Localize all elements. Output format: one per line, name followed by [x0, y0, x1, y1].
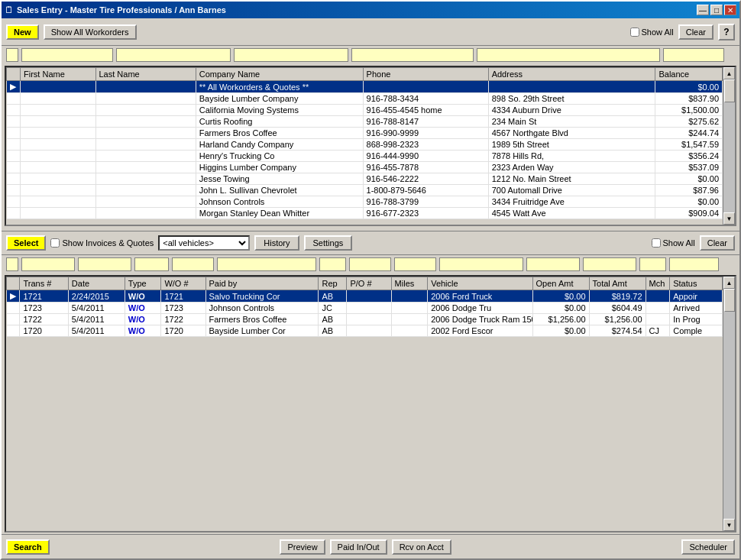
rep-filter[interactable]: [319, 257, 346, 271]
tcol-totalamt[interactable]: Total Amt: [589, 277, 646, 290]
col-firstname[interactable]: First Name: [21, 68, 95, 81]
type-filter[interactable]: [134, 257, 169, 271]
show-all-lower-label: Show All: [663, 238, 695, 248]
table-row[interactable]: Farmers Bros Coffee916-990-99994567 Nort…: [7, 128, 723, 139]
scheduler-button[interactable]: Scheduler: [681, 539, 735, 555]
upper-vscroll[interactable]: ▲ ▼: [723, 67, 735, 225]
table-row[interactable]: Curtis Roofing916-788-8147234 Main St$27…: [7, 116, 723, 128]
table-row[interactable]: Henry's Trucking Co916-444-99907878 Hill…: [7, 151, 723, 162]
date-filter[interactable]: [78, 257, 131, 271]
table-row[interactable]: ▶** All Workorders & Quotes **$0.00: [7, 81, 723, 93]
search-button[interactable]: Search: [6, 539, 50, 555]
lower-scroll-up[interactable]: ▲: [723, 277, 735, 289]
upper-scroll-track[interactable]: [723, 79, 735, 212]
trans-filter[interactable]: [21, 257, 75, 271]
table-row[interactable]: Higgins Lumber Company916-455-78782323 A…: [7, 162, 723, 173]
table-row[interactable]: John L. Sullivan Chevrolet1-800-879-5646…: [7, 185, 723, 196]
clear-button[interactable]: Clear: [678, 24, 713, 40]
table-row[interactable]: California Moving Systems916-455-4545 ho…: [7, 105, 723, 116]
table-row[interactable]: Jesse Towing916-546-22221212 No. Main St…: [7, 173, 723, 185]
show-all-checkbox[interactable]: [630, 28, 639, 37]
miles-filter[interactable]: [394, 257, 436, 271]
tcol-paidby[interactable]: Paid by: [205, 277, 319, 290]
table-row[interactable]: Harland Candy Company868-998-23231989 5t…: [7, 139, 723, 151]
minimize-button[interactable]: —: [697, 5, 709, 15]
select-toolbar: Select Show Invoices & Quotes <all vehic…: [2, 231, 739, 255]
table-row[interactable]: 17225/4/2011W/O1722Farmers Bros CoffeeAB…: [7, 314, 723, 325]
lower-indicator-filter[interactable]: [6, 257, 18, 271]
close-button[interactable]: ✕: [724, 5, 736, 15]
tcol-miles[interactable]: Miles: [391, 277, 428, 290]
lower-scroll-track[interactable]: [723, 289, 735, 519]
show-all-lower-group: Show All: [652, 238, 695, 248]
preview-button[interactable]: Preview: [280, 539, 325, 555]
select-button[interactable]: Select: [6, 235, 46, 251]
show-all-workorders-button[interactable]: Show All Workorders: [44, 24, 137, 40]
indicator-filter[interactable]: [6, 48, 18, 62]
tcol-trans[interactable]: Trans #: [20, 277, 68, 290]
tcol-type[interactable]: Type: [125, 277, 161, 290]
table-row[interactable]: 17205/4/2011W/O1720Bayside Lumber CorAB2…: [7, 325, 723, 337]
tcol-date[interactable]: Date: [68, 277, 125, 290]
tcol-openamt[interactable]: Open Amt: [532, 277, 589, 290]
address-filter[interactable]: [477, 48, 660, 62]
settings-button[interactable]: Settings: [304, 235, 353, 251]
lower-scroll-thumb[interactable]: [724, 289, 735, 312]
table-row[interactable]: Morgan Stanley Dean Whitter916-677-23234…: [7, 208, 723, 219]
paid-in-out-button[interactable]: Paid In/Out: [330, 539, 387, 555]
upper-toolbar: New Show All Workorders Show All Clear ?: [2, 18, 739, 46]
tcol-status[interactable]: Status: [670, 277, 723, 290]
vehicle-filter[interactable]: [439, 257, 523, 271]
tcol-wo[interactable]: W/O #: [161, 277, 205, 290]
clear-lower-button[interactable]: Clear: [700, 235, 735, 251]
window-title: Sales Entry - Master Tire Professionals …: [17, 5, 226, 15]
col-lastname[interactable]: Last Name: [95, 68, 196, 81]
col-indicator: [7, 68, 21, 81]
show-invoices-checkbox[interactable]: [50, 238, 60, 248]
col-address[interactable]: Address: [488, 68, 655, 81]
trans-header-row: Trans # Date Type W/O # Paid by Rep P/O …: [7, 277, 723, 290]
table-row[interactable]: ▶17212/24/2015W/O1721Salvo Trucking CorA…: [7, 290, 723, 303]
status-filter[interactable]: [669, 257, 719, 271]
table-row[interactable]: 17235/4/2011W/O1723Johnson ControlsJC200…: [7, 303, 723, 314]
tcol-rep[interactable]: Rep: [319, 277, 347, 290]
lower-vscroll[interactable]: ▲ ▼: [723, 277, 735, 531]
upper-scroll-up[interactable]: ▲: [723, 67, 735, 79]
vehicles-dropdown[interactable]: <all vehicles>: [158, 235, 250, 251]
company-filter[interactable]: [234, 48, 348, 62]
table-row[interactable]: Johnson Controls916-788-37993434 Fruitri…: [7, 196, 723, 208]
po-filter[interactable]: [349, 257, 391, 271]
table-row[interactable]: Bayside Lumber Company916-788-3434898 So…: [7, 93, 723, 105]
upper-table-container: First Name Last Name Company Name Phone …: [5, 66, 736, 226]
upper-scroll-down[interactable]: ▼: [723, 212, 735, 225]
col-company[interactable]: Company Name: [196, 68, 363, 81]
wo-filter[interactable]: [172, 257, 214, 271]
tcol-po[interactable]: P/O #: [347, 277, 391, 290]
new-button[interactable]: New: [6, 24, 39, 40]
paidby-filter[interactable]: [217, 257, 316, 271]
col-balance[interactable]: Balance: [655, 68, 723, 81]
upper-scroll-thumb[interactable]: [724, 79, 735, 102]
firstname-filter[interactable]: [21, 48, 113, 62]
lower-table-container: Trans # Date Type W/O # Paid by Rep P/O …: [5, 275, 736, 532]
show-all-lower-checkbox[interactable]: [652, 238, 661, 248]
totalamt-filter[interactable]: [583, 257, 636, 271]
transactions-tbody: ▶17212/24/2015W/O1721Salvo Trucking CorA…: [7, 290, 723, 337]
balance-filter[interactable]: [663, 48, 724, 62]
lower-section: Trans # Date Type W/O # Paid by Rep P/O …: [2, 255, 739, 534]
phone-filter[interactable]: [351, 48, 474, 62]
maximize-button[interactable]: □: [710, 5, 723, 15]
lastname-filter[interactable]: [116, 48, 231, 62]
lower-table-scroll[interactable]: Trans # Date Type W/O # Paid by Rep P/O …: [6, 277, 723, 531]
mch-filter[interactable]: [639, 257, 666, 271]
col-phone[interactable]: Phone: [363, 68, 488, 81]
help-button[interactable]: ?: [718, 24, 735, 40]
tcol-mch[interactable]: Mch: [646, 277, 670, 290]
tcol-vehicle[interactable]: Vehicle: [428, 277, 532, 290]
upper-table-scroll[interactable]: First Name Last Name Company Name Phone …: [6, 67, 723, 225]
rcv-on-acct-button[interactable]: Rcv on Acct: [392, 539, 451, 555]
openamt-filter[interactable]: [526, 257, 580, 271]
lower-scroll-down[interactable]: ▼: [723, 519, 735, 531]
show-invoices-group: Show Invoices & Quotes: [50, 238, 154, 248]
history-button[interactable]: History: [254, 235, 299, 251]
